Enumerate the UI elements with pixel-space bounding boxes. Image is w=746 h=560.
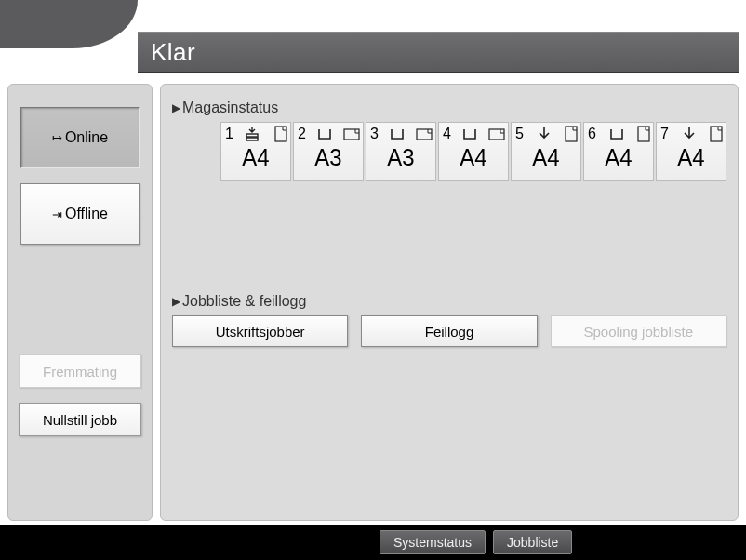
bottom-bar: Systemstatus Jobbliste: [0, 525, 746, 560]
tray-paper-size: A4: [514, 143, 578, 180]
svg-rect-1: [246, 134, 258, 137]
tray-number: 1: [225, 126, 233, 142]
print-jobs-label: Utskriftsjobber: [216, 324, 305, 340]
tray-number: 3: [370, 126, 379, 142]
job-list-label: Jobbliste: [507, 535, 558, 550]
svg-rect-4: [417, 129, 432, 140]
form-feed-label: Fremmating: [43, 364, 117, 380]
tray-paper-size: A4: [442, 143, 505, 180]
online-label: Online: [65, 129, 108, 146]
offline-button[interactable]: ⇥ Offline: [20, 183, 140, 245]
tray-paper-size: A4: [224, 143, 287, 180]
tray-status-header: ▶ Magasinstatus: [172, 100, 726, 116]
system-status-label: Systemstatus: [393, 535, 472, 550]
tray-row: 1A42A33A34A45A46A47A4: [220, 122, 726, 181]
paper-level-icon: [535, 126, 553, 142]
paper-level-icon: [607, 126, 626, 142]
tray-tile-7[interactable]: 7A4: [656, 122, 726, 181]
header-curve: [0, 0, 138, 48]
svg-rect-2: [275, 127, 286, 141]
offline-label: Offline: [65, 206, 108, 222]
tray-number: 4: [443, 126, 451, 142]
jobs-label: Jobbliste & feillogg: [182, 293, 306, 310]
tray-number: 5: [515, 126, 524, 142]
online-arrow-icon: ↦: [52, 131, 62, 145]
tray-tile-2[interactable]: 2A3: [293, 122, 364, 181]
tray-number: 7: [660, 126, 669, 142]
error-log-button[interactable]: Feillogg: [361, 315, 537, 347]
tray-number: 2: [298, 126, 306, 142]
job-button-row: Utskriftsjobber Feillogg Spooling jobbli…: [172, 315, 726, 347]
reset-job-button[interactable]: Nullstill jobb: [19, 403, 141, 436]
svg-rect-0: [246, 138, 258, 140]
spooling-button: Spooling jobbliste: [551, 315, 726, 347]
system-status-button[interactable]: Systemstatus: [380, 530, 486, 554]
triangle-icon: ▶: [172, 101, 180, 114]
tray-number: 6: [588, 126, 596, 142]
paper-level-icon: [388, 126, 406, 142]
jobs-header: ▶ Jobbliste & feillogg: [172, 293, 726, 310]
sidebar: ↦ Online ⇥ Offline Fremmating Nullstill …: [7, 84, 153, 521]
paper-orientation-icon: [565, 126, 578, 142]
paper-level-icon: [460, 126, 479, 142]
tray-paper-size: A3: [369, 143, 433, 180]
tray-status-label: Magasinstatus: [182, 100, 278, 116]
paper-orientation-icon: [274, 126, 287, 142]
main-panel: ▶ Magasinstatus 1A42A33A34A45A46A47A4 ▶ …: [160, 84, 739, 521]
paper-orientation-icon: [710, 126, 723, 142]
tray-tile-6[interactable]: 6A4: [583, 122, 654, 181]
tray-paper-size: A4: [587, 143, 650, 180]
paper-orientation-icon: [637, 126, 650, 142]
paper-orientation-icon: [343, 127, 360, 141]
paper-orientation-icon: [416, 127, 433, 141]
offline-arrow-icon: ⇥: [52, 207, 62, 221]
job-list-button[interactable]: Jobbliste: [493, 530, 572, 554]
title-bar: Klar: [138, 32, 739, 73]
svg-rect-5: [489, 129, 504, 140]
tray-tile-4[interactable]: 4A4: [438, 122, 509, 181]
paper-level-icon: [245, 126, 263, 142]
svg-rect-8: [711, 127, 722, 141]
svg-rect-6: [566, 127, 577, 141]
spooling-label: Spooling jobbliste: [584, 324, 694, 340]
triangle-icon: ▶: [172, 295, 180, 308]
page-title: Klar: [151, 38, 195, 67]
reset-job-label: Nullstill jobb: [43, 412, 117, 428]
tray-tile-5[interactable]: 5A4: [511, 122, 581, 181]
tray-tile-1[interactable]: 1A4: [220, 122, 291, 181]
svg-rect-7: [638, 127, 649, 141]
svg-rect-3: [344, 129, 359, 140]
print-jobs-button[interactable]: Utskriftsjobber: [172, 315, 348, 347]
error-log-label: Feillogg: [425, 324, 474, 340]
paper-orientation-icon: [488, 127, 505, 141]
paper-level-icon: [315, 126, 334, 142]
form-feed-button: Fremmating: [19, 354, 141, 388]
online-button[interactable]: ↦ Online: [20, 107, 140, 168]
tray-paper-size: A4: [659, 143, 723, 180]
paper-level-icon: [680, 126, 699, 142]
tray-paper-size: A3: [297, 143, 360, 180]
tray-tile-3[interactable]: 3A3: [366, 122, 436, 181]
